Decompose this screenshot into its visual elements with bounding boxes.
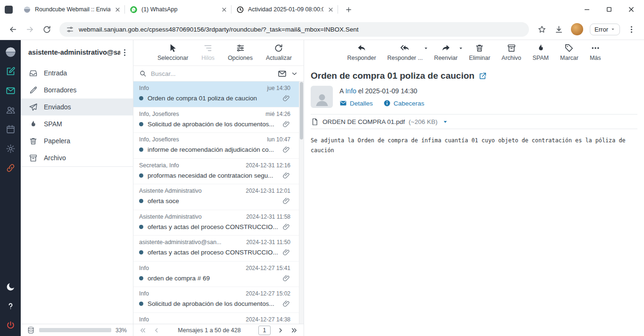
attachment-row[interactable]: ORDEN DE COMPRA 01.pdf (~206 KB): [311, 114, 637, 129]
folder-label: Borradores: [44, 86, 76, 94]
logo-icon: [4, 46, 17, 58]
logout-button[interactable]: [0, 316, 21, 335]
message-list-item[interactable]: Secretaria, Info 2024-12-31 12:16 profor…: [133, 159, 304, 185]
dropdown-caret-icon[interactable]: [458, 46, 463, 51]
maximize-button[interactable]: [605, 5, 613, 14]
next-page-button[interactable]: [277, 327, 284, 334]
message-list-item[interactable]: Info, Joseflores mié 14:26 Solicitud de …: [133, 107, 304, 133]
search-input[interactable]: [151, 70, 273, 77]
folder-borradores[interactable]: Borradores: [21, 82, 133, 98]
profile-avatar[interactable]: [571, 23, 583, 35]
trash-icon: [29, 137, 38, 146]
message-date: mié 14:26: [265, 111, 290, 117]
back-button[interactable]: [5, 21, 21, 37]
help-button[interactable]: [0, 296, 21, 316]
tab-roundcube[interactable]: Roundcube Webmail :: Enviadc: [18, 1, 125, 17]
tab-close-icon[interactable]: [114, 6, 121, 13]
folder-spam[interactable]: SPAM: [21, 115, 133, 132]
scrollbar-thumb[interactable]: [300, 82, 303, 139]
settings-nav-button[interactable]: [0, 139, 21, 158]
tab-close-icon[interactable]: [327, 6, 334, 13]
contacts-nav-button[interactable]: [0, 100, 21, 120]
page-number-input[interactable]: [258, 326, 271, 335]
forward-button[interactable]: [22, 21, 38, 37]
reply-all-button[interactable]: Responder ...: [382, 43, 428, 61]
users-icon: [6, 105, 16, 115]
error-button[interactable]: Error: [590, 24, 620, 35]
message-list-item[interactable]: Asistente Administrativo 2024-12-31 11:5…: [133, 210, 304, 236]
reply-all-icon: [400, 43, 410, 53]
message-sender: Info: [139, 290, 241, 297]
spam-button[interactable]: SPAM: [528, 43, 554, 61]
tab-whatsapp[interactable]: (1) WhatsApp: [125, 1, 231, 17]
attachment-menu-caret-icon[interactable]: [442, 119, 448, 125]
select-button[interactable]: Seleccionar: [152, 43, 193, 61]
folder-papelera[interactable]: Papelera: [21, 132, 133, 149]
mark-button[interactable]: Marcar: [555, 43, 584, 61]
attachment-icon: [282, 120, 290, 128]
folder-options-icon[interactable]: [120, 48, 129, 57]
previous-page-button[interactable]: [153, 327, 160, 334]
threads-button[interactable]: Hilos: [196, 43, 220, 61]
open-in-new-window-icon[interactable]: [479, 72, 487, 80]
message-list-item[interactable]: asistente-administrativo@san... 2024-12-…: [133, 236, 304, 262]
reload-button[interactable]: [39, 21, 55, 37]
headers-link[interactable]: Cabeceras: [383, 99, 424, 107]
downloads-button[interactable]: [551, 21, 567, 37]
message-list-item[interactable]: Info jue 14:30 Orden de compra 01 poliza…: [133, 82, 304, 107]
help-icon: [6, 301, 16, 311]
bookmark-button[interactable]: [534, 21, 550, 37]
message-status-dot: [139, 173, 143, 178]
reply-icon: [357, 43, 366, 53]
delete-button[interactable]: Eliminar: [464, 43, 495, 61]
browser-menu-button[interactable]: [623, 21, 639, 37]
recipient-link[interactable]: Info: [345, 87, 356, 95]
list-scrollbar[interactable]: [299, 82, 304, 324]
dark-mode-button[interactable]: [0, 277, 21, 296]
compose-button[interactable]: [0, 62, 21, 81]
message-list-item[interactable]: Asistente Administrativo 2024-12-31 12:0…: [133, 184, 304, 210]
folder-archivo[interactable]: Archivo: [21, 149, 133, 166]
search-options-chevron-icon[interactable]: [291, 70, 298, 77]
new-tab-button[interactable]: [342, 3, 355, 16]
forward-arrow-icon: [25, 25, 34, 34]
external-link-button[interactable]: [0, 158, 21, 178]
details-link[interactable]: Detalles: [339, 99, 373, 107]
message-subject: proformas necesidad de contratacion segu…: [148, 172, 278, 179]
minimize-button[interactable]: [583, 5, 591, 14]
forward-button[interactable]: Reenviar: [429, 43, 463, 61]
folder-label: SPAM: [44, 120, 62, 128]
more-button[interactable]: Más: [585, 43, 606, 61]
archive-button[interactable]: Archivo: [496, 43, 527, 61]
mail-nav-button[interactable]: [0, 81, 21, 100]
message-list-item[interactable]: Info 2024-12-27 15:41 orden de compra # …: [133, 262, 304, 287]
dropdown-caret-icon[interactable]: [423, 46, 429, 51]
pagination-text: Mensajes 1 a 50 de 428: [166, 327, 252, 334]
site-info-icon[interactable]: [66, 25, 74, 33]
message-list-item[interactable]: Info, Joseflores lun 10:47 informe de re…: [133, 133, 304, 159]
close-window-button[interactable]: [627, 5, 636, 14]
tab-actividad[interactable]: Actividad 2025-01-09 08:00:00: [231, 1, 338, 17]
folder-entrada[interactable]: Entrada: [21, 65, 133, 82]
reply-button[interactable]: Responder: [342, 43, 381, 61]
first-page-button[interactable]: [139, 327, 147, 334]
tab-close-icon[interactable]: [221, 6, 228, 13]
options-button[interactable]: Opciones: [223, 43, 258, 61]
message-date: 2024-12-27 15:41: [246, 265, 290, 271]
logo-icon: [23, 6, 31, 14]
message-list-item[interactable]: Info 2024-12-27 14:38: [133, 313, 304, 324]
pagination-bar: Mensajes 1 a 50 de 428: [133, 324, 304, 336]
tabs: Roundcube Webmail :: Enviadc (1) WhatsAp…: [18, 0, 338, 19]
search-scope-mail-icon[interactable]: [278, 69, 287, 78]
last-page-button[interactable]: [290, 327, 298, 334]
subject-row: Orden de compra 01 poliza de caucion: [304, 66, 644, 84]
back-arrow-icon: [8, 25, 17, 34]
dots-h-icon: [591, 43, 600, 53]
refresh-button[interactable]: Actualizar: [261, 43, 297, 61]
folder-enviados[interactable]: Enviados: [21, 98, 133, 115]
message-sender: Asistente Administrativo: [139, 188, 241, 194]
roundcube-logo[interactable]: [0, 42, 21, 62]
omnibox[interactable]: webmail.sanjuan.gob.ec/cpsess4870690156/…: [59, 22, 529, 37]
message-list-item[interactable]: Info 2024-12-27 15:02 Solicitud de aprob…: [133, 287, 304, 313]
calendar-nav-button[interactable]: [0, 120, 21, 139]
